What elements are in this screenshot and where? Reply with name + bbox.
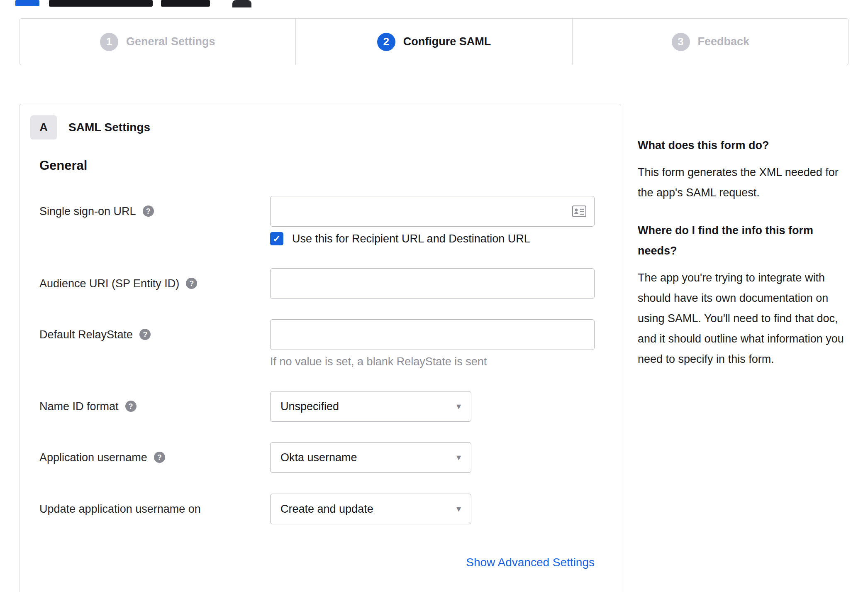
step-1-number-badge: 1	[100, 33, 118, 51]
chevron-down-icon: ▾	[456, 452, 461, 463]
audience-uri-label: Audience URI (SP Entity ID)?	[39, 268, 270, 299]
clipped-app-title-text-2	[161, 0, 210, 7]
contact-card-icon[interactable]	[572, 205, 586, 219]
step-configure-saml[interactable]: 2 Configure SAML	[295, 19, 572, 65]
app-username-help-icon[interactable]: ?	[154, 452, 165, 463]
help-panel: What does this form do? This form genera…	[638, 135, 847, 387]
help-body-2: The app you're trying to integrate with …	[638, 268, 847, 369]
show-advanced-settings-link[interactable]: Show Advanced Settings	[270, 556, 595, 569]
name-id-format-help-icon[interactable]: ?	[125, 401, 137, 412]
relay-state-input[interactable]	[270, 319, 595, 350]
relay-state-help-icon[interactable]: ?	[139, 329, 151, 340]
chevron-down-icon: ▾	[456, 504, 461, 514]
relay-state-hint: If no value is set, a blank RelayState i…	[270, 355, 595, 368]
step-2-label: Configure SAML	[403, 35, 491, 48]
use-for-recipient-checkbox-label: Use this for Recipient URL and Destinati…	[292, 232, 530, 245]
step-3-label: Feedback	[698, 35, 750, 48]
name-id-format-select[interactable]: Unspecified ▾	[270, 391, 471, 422]
section-title: SAML Settings	[68, 121, 150, 134]
sso-url-label: Single sign-on URL?	[39, 196, 270, 245]
saml-settings-panel: A SAML Settings General Single sign-on U…	[19, 104, 621, 592]
clipped-app-title-accent	[15, 0, 39, 6]
update-username-select[interactable]: Create and update ▾	[270, 494, 471, 524]
sso-url-input[interactable]	[270, 196, 595, 227]
audience-uri-help-icon[interactable]: ?	[186, 278, 197, 289]
step-feedback[interactable]: 3 Feedback	[572, 19, 848, 65]
step-3-number-badge: 3	[672, 33, 690, 51]
help-heading-2: Where do I find the info this form needs…	[638, 220, 847, 261]
step-1-label: General Settings	[126, 35, 215, 48]
step-2-number-badge: 2	[377, 33, 395, 51]
clipped-app-header	[0, 0, 868, 7]
relay-state-label: Default RelayState?	[39, 319, 270, 368]
general-group-heading: General	[39, 158, 87, 173]
help-heading-1: What does this form do?	[638, 135, 847, 156]
chevron-down-icon: ▾	[456, 401, 461, 412]
clipped-app-title-text	[49, 0, 153, 7]
update-username-label: Update application username on	[39, 494, 270, 524]
help-body-1: This form generates the XML needed for t…	[638, 162, 847, 203]
name-id-format-label: Name ID format?	[39, 391, 270, 422]
app-username-label: Application username?	[39, 442, 270, 473]
clipped-app-logo-icon	[232, 0, 251, 7]
sso-url-help-icon[interactable]: ?	[143, 205, 154, 217]
use-for-recipient-checkbox[interactable]: ✓	[270, 232, 283, 245]
step-general-settings[interactable]: 1 General Settings	[20, 19, 295, 65]
wizard-stepper: 1 General Settings 2 Configure SAML 3 Fe…	[19, 18, 849, 65]
app-username-select[interactable]: Okta username ▾	[270, 442, 471, 473]
section-a-badge: A	[30, 115, 57, 139]
audience-uri-input[interactable]	[270, 268, 595, 299]
